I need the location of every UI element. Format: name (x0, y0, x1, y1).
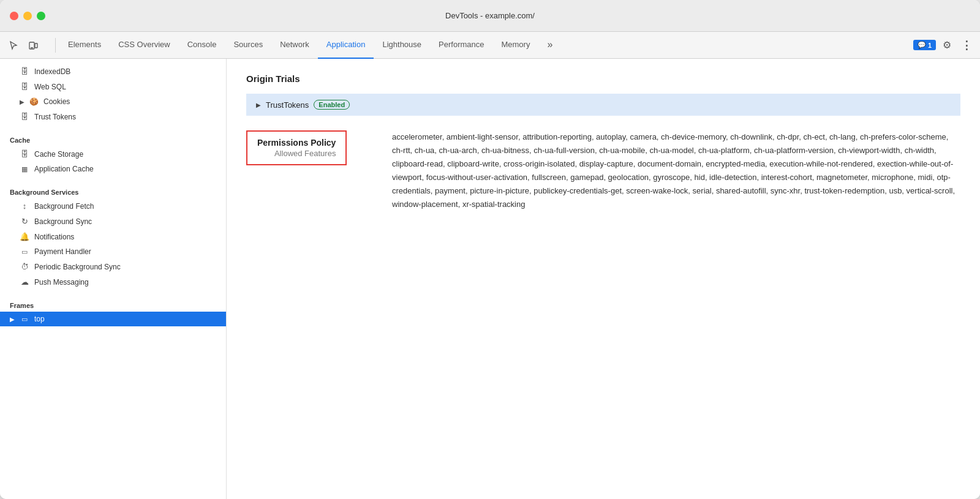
notification-count: 1 (928, 42, 932, 49)
tab-bar: Elements CSS Overview Console Sources Ne… (59, 32, 908, 59)
titlebar: DevTools - example.com/ (0, 0, 980, 32)
grid-icon: ▦ (20, 165, 29, 173)
tab-lighthouse[interactable]: Lighthouse (374, 32, 430, 59)
tab-more[interactable]: » (538, 32, 561, 59)
tab-performance[interactable]: Performance (430, 32, 492, 59)
sidebar-item-label: Periodic Background Sync (34, 263, 121, 271)
toolbar-left-buttons (5, 37, 42, 54)
close-button[interactable] (10, 12, 18, 20)
tab-sources[interactable]: Sources (225, 32, 271, 59)
sidebar-item-label: Cookies (43, 97, 70, 106)
sidebar-item-label: Cache Storage (34, 150, 83, 159)
sidebar-item-label: Background Fetch (34, 202, 94, 211)
toolbar: Elements CSS Overview Console Sources Ne… (0, 32, 980, 59)
permissions-policy-row: Permissions Policy Allowed Features acce… (246, 130, 960, 212)
cursor-icon-button[interactable] (5, 37, 22, 54)
tab-console[interactable]: Console (179, 32, 225, 59)
sidebar-item-label: Application Cache (34, 165, 94, 173)
sidebar-item-indexed-db[interactable]: 🗄 IndexedDB (0, 64, 226, 79)
notification-badge[interactable]: 💬 1 (913, 40, 936, 50)
sidebar-item-cache-storage[interactable]: 🗄 Cache Storage (0, 146, 226, 162)
trust-tokens-row[interactable]: ▶ TrustTokens Enabled (246, 94, 960, 116)
sidebar-item-notifications[interactable]: 🔔 Notifications (0, 229, 226, 244)
sidebar-item-background-sync[interactable]: ↻ Background Sync (0, 214, 226, 229)
sidebar-item-payment-handler[interactable]: ▭ Payment Handler (0, 244, 226, 259)
main-area: 🗄 IndexedDB 🗄 Web SQL ▶ 🍪 Cookies 🗄 Trus… (0, 59, 980, 499)
sidebar-item-top[interactable]: ▶ ▭ top (0, 312, 226, 326)
tab-memory[interactable]: Memory (492, 32, 538, 59)
tab-elements[interactable]: Elements (59, 32, 110, 59)
cursor-icon (9, 40, 18, 50)
sidebar-item-label: Background Sync (34, 217, 92, 226)
device-icon-button[interactable] (24, 37, 42, 54)
sidebar-item-application-cache[interactable]: ▦ Application Cache (0, 162, 226, 176)
sidebar-item-label: top (34, 315, 45, 323)
enabled-badge: Enabled (314, 100, 350, 110)
permissions-policy-box: Permissions Policy Allowed Features (246, 130, 347, 165)
sidebar-section-frames: Frames (0, 297, 226, 312)
database-icon: 🗄 (20, 82, 29, 91)
card-icon: ▭ (20, 248, 29, 256)
maximize-button[interactable] (37, 12, 45, 20)
gear-icon: ⚙ (943, 39, 951, 51)
sidebar-item-label: Notifications (34, 233, 74, 241)
trust-tokens-label: TrustTokens (266, 100, 309, 110)
sidebar-item-web-sql[interactable]: 🗄 Web SQL (0, 79, 226, 94)
sidebar-section-cache: Cache (0, 132, 226, 146)
sidebar-item-cookies[interactable]: ▶ 🍪 Cookies (0, 94, 226, 109)
chevron-right-icon: ▶ (10, 316, 15, 323)
clock-icon: ⏱ (20, 262, 29, 271)
permissions-policy-title: Permissions Policy (257, 138, 336, 148)
sidebar-item-label: IndexedDB (34, 67, 70, 76)
tab-network[interactable]: Network (271, 32, 318, 59)
chat-icon: 💬 (918, 41, 926, 49)
allowed-features-text: accelerometer, ambient-light-sensor, att… (387, 130, 960, 212)
sidebar-item-trust-tokens[interactable]: 🗄 Trust Tokens (0, 109, 226, 124)
toolbar-right-buttons: 💬 1 ⚙ ⋮ (913, 37, 975, 54)
permissions-policy-section: Permissions Policy Allowed Features acce… (246, 130, 960, 212)
database-icon: 🗄 (20, 149, 29, 159)
more-icon: ⋮ (961, 39, 972, 52)
origin-trials-section: Origin Trials ▶ TrustTokens Enabled (246, 73, 960, 116)
sidebar-item-background-fetch[interactable]: ↕ Background Fetch (0, 198, 226, 214)
window-title: DevTools - example.com/ (445, 11, 535, 20)
gear-icon-button[interactable]: ⚙ (938, 37, 956, 54)
database-icon: 🗄 (20, 112, 29, 121)
sync-icon: ↻ (20, 217, 29, 226)
updown-icon: ↕ (20, 201, 29, 211)
sidebar-item-label: Web SQL (34, 83, 66, 91)
cloud-icon: ☁ (20, 277, 29, 287)
chevron-right-icon: ▶ (20, 99, 24, 105)
bell-icon: 🔔 (20, 232, 29, 241)
device-icon (28, 40, 38, 50)
minimize-button[interactable] (23, 12, 32, 20)
origin-trials-title: Origin Trials (246, 73, 960, 84)
traffic-lights (10, 12, 45, 20)
svg-rect-1 (35, 43, 37, 48)
content-area: Origin Trials ▶ TrustTokens Enabled Perm… (227, 59, 980, 499)
sidebar-item-periodic-background-sync[interactable]: ⏱ Periodic Background Sync (0, 259, 226, 274)
chevron-right-icon: ▶ (256, 102, 261, 108)
allowed-features-label: Allowed Features (257, 149, 336, 158)
cookie-icon: 🍪 (29, 97, 39, 106)
sidebar-item-push-messaging[interactable]: ☁ Push Messaging (0, 274, 226, 290)
frame-icon: ▭ (20, 315, 29, 323)
devtools-window: DevTools - example.com/ Elements CSS Ove… (0, 0, 980, 499)
toolbar-divider (55, 38, 56, 53)
tab-css-overview[interactable]: CSS Overview (110, 32, 179, 59)
sidebar-item-label: Trust Tokens (34, 113, 76, 121)
sidebar-section-background-services: Background Services (0, 184, 226, 198)
more-options-button[interactable]: ⋮ (958, 37, 975, 54)
sidebar: 🗄 IndexedDB 🗄 Web SQL ▶ 🍪 Cookies 🗄 Trus… (0, 59, 227, 499)
tab-application[interactable]: Application (318, 32, 374, 59)
database-icon: 🗄 (20, 67, 29, 76)
sidebar-item-label: Push Messaging (34, 278, 89, 287)
permissions-policy-left: Permissions Policy Allowed Features (246, 130, 387, 168)
sidebar-item-label: Payment Handler (34, 247, 91, 256)
